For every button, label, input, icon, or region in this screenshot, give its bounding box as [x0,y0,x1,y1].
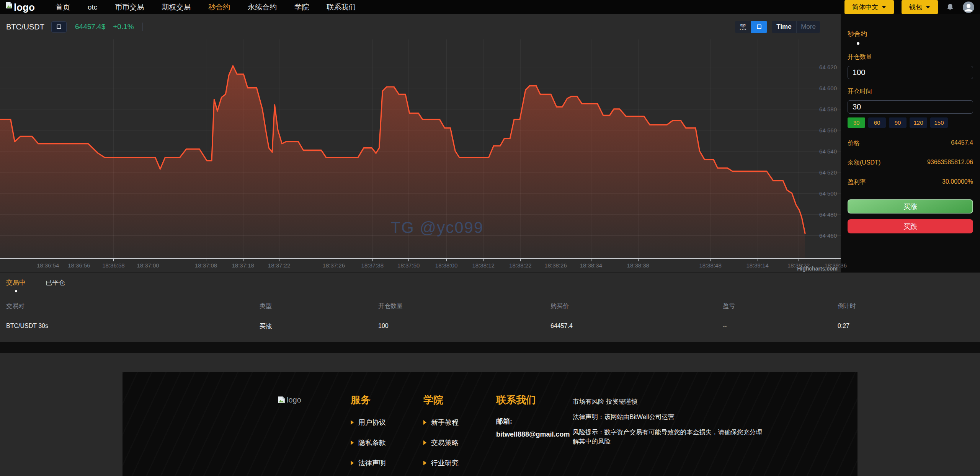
x-axis-label: 18:39:14 [746,262,768,269]
y-axis-label: 64 520 [819,169,837,176]
column-header: 类型 [260,302,378,310]
price-chart[interactable]: 64 62064 60064 58064 56064 54064 52064 5… [0,39,841,259]
x-axis-label: 18:37:00 [137,262,159,269]
y-axis-label: 64 620 [819,64,837,70]
buy-down-button[interactable]: 买跌 [848,219,973,233]
divider [142,23,143,31]
language-button[interactable]: 简体中文 [844,0,894,14]
balance-value: 93663585812.06 [927,159,973,167]
email-value[interactable]: bitwell888@gmail.com [496,430,570,439]
duration-option-60[interactable]: 60 [868,117,886,128]
x-tick [556,258,556,261]
highcharts-credit[interactable]: Highcharts.com [797,266,838,272]
wallet-button[interactable]: 钱包 [902,0,938,14]
nav-item-0[interactable]: 首页 [56,2,70,12]
balance-label: 余额(USDT) [848,159,880,167]
positions-tab-1[interactable]: 已平仓 [46,278,65,292]
x-axis-label: 18:38:26 [544,262,567,269]
logo-text: logo [14,2,35,13]
time-mode-button[interactable]: Time [772,21,796,33]
duration-option-120[interactable]: 120 [910,117,927,128]
duration-option-150[interactable]: 150 [930,117,948,128]
nav-item-7[interactable]: 联系我们 [327,2,356,12]
footer-link-label: 法律声明 [358,458,386,468]
footer-link[interactable]: 隐私条款 [351,438,386,447]
logo[interactable]: logo [5,2,35,13]
footer-logo-text: logo [287,396,301,404]
footer-link[interactable]: 法律声明 [351,458,386,468]
avatar[interactable] [962,1,975,13]
profit-rate-value: 30.00000% [942,178,973,186]
table-cell: 买涨 [260,323,378,331]
x-axis-label: 18:38:34 [580,262,602,269]
square-icon [757,24,761,29]
x-axis-label: 18:38:12 [472,262,494,269]
footer-link[interactable]: 行业研究 [423,458,459,468]
x-tick [799,258,799,261]
watermark: TG @yc099 [391,218,484,237]
active-dot [15,290,17,292]
footer-contact: 联系我们 邮箱: bitwell888@gmail.com [496,393,570,439]
quantity-label: 开仓数量 [848,53,973,61]
bell-icon[interactable] [946,3,955,12]
nav-item-4[interactable]: 秒合约 [208,2,230,12]
footer-disclaimers: 市场有风险 投资需谨慎法律声明：该网站由BitWell公司运营风险提示：数字资产… [573,397,764,452]
nav-item-2[interactable]: 币币交易 [115,2,144,12]
profit-rate-label: 盈利率 [848,178,866,186]
nav-item-1[interactable]: otc [88,3,97,11]
theme-dark-button[interactable]: 黑 [735,21,751,33]
footer-link[interactable]: 交易策略 [423,438,459,447]
price-change: +0.1% [113,23,134,31]
y-axis-label: 64 600 [819,85,837,91]
x-tick [372,258,373,261]
footer-link[interactable]: 用户协议 [351,418,386,427]
buy-up-button[interactable]: 买涨 [848,199,973,214]
nav-item-6[interactable]: 学院 [294,2,309,12]
duration-options: 306090120150 [848,117,973,128]
language-label: 简体中文 [852,3,878,11]
column-header: 盈亏 [723,302,838,310]
gap [0,353,980,372]
column-header: 倒计时 [838,302,974,310]
duration-option-30[interactable]: 30 [848,117,865,128]
panel-title: 秒合约 [848,29,973,38]
square-icon [57,24,61,29]
footer: logo 服务用户协议隐私条款法律声明关于我们 学院新手教程交易策略行业研究市场… [0,372,980,476]
x-axis-label: 18:36:58 [102,262,124,269]
broken-image-icon [277,396,286,404]
nav-item-5[interactable]: 永续合约 [248,2,277,12]
positions-tabs: 交易中已平仓 [0,278,980,292]
email-label: 邮箱: [496,417,570,426]
duration-input[interactable] [848,100,973,114]
chevron-down-icon [882,6,886,8]
x-tick [758,258,758,261]
x-axis-label: 18:37:08 [195,262,217,269]
table-row[interactable]: BTC/USDT 30s买涨10064457.4--0:27 [0,323,980,331]
x-axis-label: 18:36:54 [37,262,59,269]
price-value: 64457.4 [951,139,973,147]
nav-menu: 首页otc币币交易期权交易秒合约永续合约学院联系我们 [56,2,356,12]
quantity-input[interactable] [848,66,973,79]
x-axis-label: 18:38:48 [699,262,721,269]
disclaimer-line: 市场有风险 投资需谨慎 [573,397,764,406]
column-header: 交易对 [6,302,260,310]
x-tick [206,258,206,261]
nav-item-3[interactable]: 期权交易 [162,2,191,12]
footer-link-label: 新手教程 [431,418,459,427]
chart-panel: BTC/USDT 64457.4$ +0.1% 黑 Time More [0,14,841,272]
more-button[interactable]: More [796,21,820,33]
price-label: 价格 [848,139,860,147]
positions-tab-0[interactable]: 交易中 [6,278,26,292]
footer-link[interactable]: 新手教程 [423,418,459,427]
top-nav: logo 首页otc币币交易期权交易秒合约永续合约学院联系我们 简体中文 钱包 [0,0,980,14]
pair-toggle-button[interactable] [51,21,67,33]
x-tick [483,258,484,261]
x-tick [836,258,836,261]
arrow-right-icon [351,461,354,465]
duration-option-90[interactable]: 90 [889,117,906,128]
x-tick [408,258,409,261]
disclaimer-line: 风险提示：数字资产交易有可能导致您的本金损失，请确保您充分理解其中的风险 [573,428,764,446]
x-tick [710,258,711,261]
theme-light-button[interactable] [751,21,767,33]
active-dot [857,42,859,45]
